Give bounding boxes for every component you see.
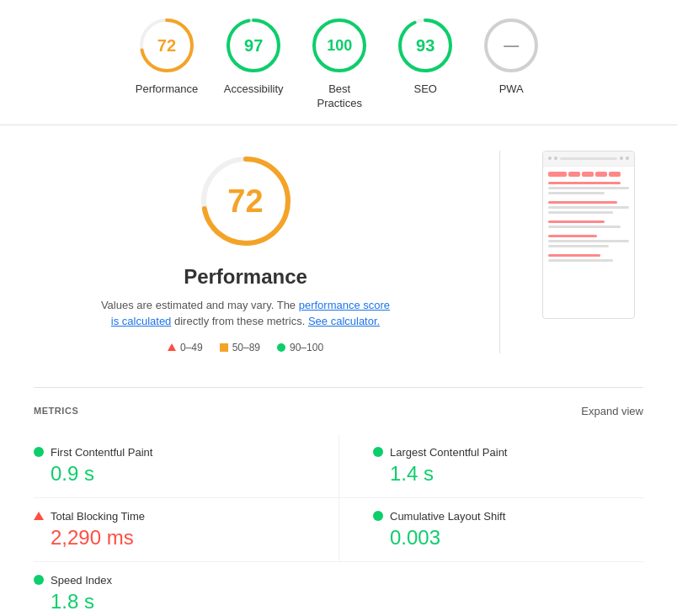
- si-name: Speed Index: [51, 574, 112, 587]
- main-content: 72 Performance Values are estimated and …: [0, 125, 677, 616]
- tbt-indicator: [34, 512, 44, 520]
- fcp-value: 0.9 s: [51, 462, 325, 486]
- score-value-seo: 93: [416, 36, 434, 56]
- lcp-name: Largest Contentful Paint: [390, 446, 507, 459]
- metric-si-header: Speed Index: [34, 574, 325, 587]
- cls-indicator: [373, 511, 383, 521]
- legend-item-bad: 0–49: [168, 342, 203, 353]
- expand-view-button[interactable]: Expand view: [581, 405, 643, 417]
- metric-tbt-header: Total Blocking Time: [34, 510, 325, 523]
- preview-line-1: [548, 182, 621, 184]
- big-score-value: 72: [227, 183, 263, 219]
- preview-line-10: [548, 240, 629, 242]
- preview-line-7: [548, 220, 605, 223]
- legend-triangle-icon: [168, 343, 176, 351]
- gauge-accessibility: 97: [223, 15, 284, 76]
- preview-line-13: [548, 259, 613, 262]
- preview-line-8: [548, 226, 621, 228]
- score-label-accessibility: Accessibility: [224, 82, 284, 97]
- score-item-performance[interactable]: 72 Performance: [136, 15, 198, 97]
- gauge-seo: 93: [395, 15, 456, 76]
- scores-bar: 72 Performance 97 Accessibility 100 Best…: [0, 0, 677, 125]
- preview-url-bar: [560, 157, 617, 160]
- page-preview: [542, 151, 635, 319]
- legend-square-icon: [220, 343, 228, 352]
- preview-tag-5: [609, 172, 621, 177]
- preview-line-3: [548, 192, 605, 194]
- preview-tags: [548, 172, 629, 177]
- preview-line-11: [548, 245, 609, 247]
- metric-si: Speed Index 1.8 s: [34, 562, 338, 616]
- preview-dot-3: [620, 157, 623, 160]
- preview-browser-bar: [543, 151, 634, 167]
- metric-fcp-header: First Contentful Paint: [34, 446, 325, 459]
- performance-description: Values are estimated and may vary. The p…: [101, 297, 390, 330]
- legend-good-range: 90–100: [290, 342, 323, 353]
- legend-item-good: 90–100: [277, 342, 323, 353]
- lcp-value: 1.4 s: [390, 462, 630, 486]
- cls-value: 0.003: [390, 526, 630, 550]
- gauge-performance: 72: [136, 15, 197, 76]
- section-divider: [499, 151, 500, 353]
- metrics-grid: First Contentful Paint 0.9 s Largest Con…: [34, 434, 643, 616]
- preview-page-content: [543, 167, 634, 273]
- score-item-best-practices[interactable]: 100 BestPractices: [309, 15, 370, 111]
- score-value-performance: 72: [157, 36, 176, 56]
- preview-block-3: [548, 220, 629, 228]
- legend: 0–49 50–89 90–100: [168, 342, 323, 353]
- perf-right: [542, 151, 643, 319]
- score-label-seo: SEO: [413, 82, 436, 97]
- score-label-pwa: PWA: [499, 82, 524, 97]
- legend-item-medium: 50–89: [220, 342, 260, 353]
- score-value-pwa: —: [504, 37, 519, 55]
- preview-dot-4: [626, 157, 629, 160]
- preview-tag-1: [548, 172, 567, 177]
- preview-block-2: [548, 201, 629, 214]
- preview-block-4: [548, 235, 629, 247]
- preview-line-4: [548, 201, 617, 204]
- gauge-best-practices: 100: [309, 15, 370, 76]
- score-label-best-practices: BestPractices: [317, 82, 361, 111]
- fcp-indicator: [34, 447, 44, 457]
- preview-tag-3: [582, 172, 594, 177]
- description-text-before: Values are estimated and may vary. The: [101, 299, 299, 311]
- performance-section: 72 Performance Values are estimated and …: [34, 151, 643, 353]
- metrics-header: METRICS Expand view: [34, 405, 643, 417]
- score-item-seo[interactable]: 93 SEO: [395, 15, 456, 97]
- si-value: 1.8 s: [51, 590, 325, 613]
- si-indicator: [34, 575, 44, 585]
- metric-fcp: First Contentful Paint 0.9 s: [34, 434, 338, 498]
- tbt-name: Total Blocking Time: [51, 510, 145, 523]
- preview-tag-4: [595, 172, 607, 177]
- preview-block-5: [548, 254, 629, 262]
- metric-tbt: Total Blocking Time 2,290 ms: [34, 498, 338, 562]
- metric-cls: Cumulative Layout Shift 0.003: [338, 498, 643, 562]
- gauge-pwa: —: [481, 15, 541, 76]
- perf-left: 72 Performance Values are estimated and …: [34, 151, 457, 353]
- fcp-name: First Contentful Paint: [51, 446, 152, 459]
- legend-circle-icon: [277, 343, 285, 352]
- preview-dot-1: [548, 157, 552, 160]
- preview-dot-2: [554, 157, 557, 160]
- score-label-performance: Performance: [136, 82, 198, 97]
- calculator-link[interactable]: See calculator.: [308, 315, 380, 327]
- tbt-value: 2,290 ms: [51, 526, 325, 550]
- description-text-mid: directly from these metrics.: [174, 315, 308, 327]
- legend-medium-range: 50–89: [232, 342, 260, 353]
- cls-name: Cumulative Layout Shift: [390, 510, 505, 523]
- score-value-best-practices: 100: [327, 37, 352, 55]
- preview-line-5: [548, 206, 629, 209]
- preview-block-1: [548, 182, 629, 194]
- score-item-pwa[interactable]: — PWA: [481, 15, 541, 97]
- preview-line-2: [548, 187, 629, 189]
- score-value-accessibility: 97: [244, 36, 263, 56]
- metrics-section: METRICS Expand view First Contentful Pai…: [34, 387, 643, 616]
- metric-cls-header: Cumulative Layout Shift: [373, 510, 630, 523]
- metric-lcp-header: Largest Contentful Paint: [373, 446, 630, 459]
- score-item-accessibility[interactable]: 97 Accessibility: [223, 15, 284, 97]
- metrics-title: METRICS: [34, 406, 78, 416]
- metric-lcp: Largest Contentful Paint 1.4 s: [338, 434, 643, 498]
- legend-bad-range: 0–49: [180, 342, 203, 353]
- preview-line-9: [548, 235, 597, 237]
- preview-tag-2: [568, 172, 580, 177]
